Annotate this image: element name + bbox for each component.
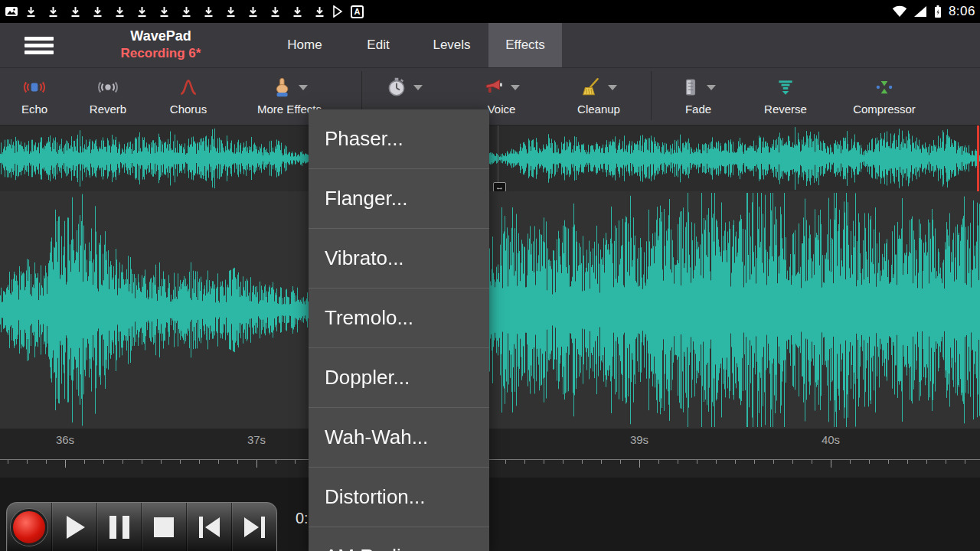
skip-start-icon (199, 517, 220, 538)
skip-to-end-button[interactable] (232, 503, 276, 551)
ruler-tick (8, 460, 8, 464)
play-icon (67, 516, 85, 539)
app-title: WavePad (92, 27, 230, 45)
selection-end-marker (977, 126, 979, 191)
status-bar-right: 8:06 (892, 4, 975, 19)
toolbar-item-reverb[interactable]: Reverb (66, 73, 150, 116)
timeline-ruler: 36s 37s 39s 40s (0, 429, 980, 478)
ruler-tick (84, 460, 85, 464)
tab-effects[interactable]: Effects (488, 23, 562, 67)
cellular-signal-icon (913, 5, 927, 18)
pause-button[interactable] (97, 503, 142, 551)
ruler-tick (237, 460, 238, 464)
recording-name: Recording 6* (92, 45, 230, 62)
letter-a-icon: A (351, 5, 364, 18)
ruler-tick (658, 460, 659, 464)
menu-item-wah-wah[interactable]: Wah-Wah... (309, 408, 489, 468)
waveform-overview-strip[interactable]: ↔ (0, 126, 980, 191)
toolbar-item-echo[interactable]: Echo (0, 73, 77, 116)
toolbar-label: Cleanup (577, 103, 620, 116)
toolbar-item-reverse[interactable]: Reverse (743, 73, 828, 116)
main-waveform-canvas[interactable] (0, 191, 980, 429)
ruler-tick (27, 460, 28, 464)
overview-waveform-canvas[interactable] (0, 126, 980, 191)
ruler-tick (122, 460, 123, 464)
ruler-tick (276, 460, 276, 464)
menu-item-am-radio[interactable]: AM Radio... (309, 527, 489, 551)
menu-item-phaser[interactable]: Phaser... (309, 109, 489, 169)
android-status-bar: A 8:06 (0, 0, 980, 23)
ruler-tick (831, 460, 831, 468)
title-block: WavePad Recording 6* (92, 27, 230, 62)
toolbar-divider (651, 71, 652, 120)
menu-item-vibrato[interactable]: Vibrato... (309, 229, 489, 289)
broom-icon (580, 77, 602, 97)
toolbar-label: Chorus (170, 103, 207, 116)
ruler-tick (103, 460, 104, 464)
ruler-tick (735, 460, 736, 464)
playback-time: 0: (296, 510, 309, 527)
record-button[interactable] (7, 503, 52, 551)
ruler-tick (218, 460, 219, 464)
echo-icon (24, 77, 45, 97)
ruler-tick (180, 460, 181, 464)
ruler-tick (946, 460, 946, 464)
stop-button[interactable] (142, 503, 187, 551)
ruler-tick (544, 460, 544, 464)
toolbar-item-fade[interactable]: Fade (656, 73, 740, 116)
ruler-tick (697, 460, 697, 464)
hamburger-menu-icon[interactable] (24, 37, 54, 54)
ruler-tick (907, 460, 908, 464)
toolbar-item-compressor[interactable]: Compressor (842, 73, 926, 116)
ruler-tick (678, 460, 678, 464)
ruler-tick (582, 460, 583, 464)
ruler-tick (563, 460, 564, 464)
skip-end-icon (244, 517, 265, 538)
tab-home[interactable]: Home (268, 23, 341, 67)
stop-icon (154, 517, 174, 537)
more-effects-dropdown-menu: Phaser... Flanger... Vibrato... Tremolo.… (309, 109, 489, 551)
pointing-hand-icon (271, 77, 292, 98)
app-bar: WavePad Recording 6* Home Edit Levels Ef… (0, 23, 980, 67)
tab-edit[interactable]: Edit (341, 23, 415, 67)
tab-levels[interactable]: Levels (415, 23, 488, 67)
stopwatch-icon (386, 77, 407, 98)
ruler-tick (926, 460, 927, 464)
ruler-tick (505, 460, 506, 464)
ruler-tick (716, 460, 717, 464)
clock: 8:06 (949, 4, 975, 19)
battery-charging-icon (933, 5, 942, 19)
skip-to-start-button[interactable] (187, 503, 232, 551)
menu-item-flanger[interactable]: Flanger... (309, 169, 489, 229)
toolbar-label: Fade (685, 103, 711, 116)
chevron-down-icon (608, 85, 617, 90)
ruler-tick (773, 460, 774, 464)
download-notification-icons (26, 6, 325, 18)
waveform-main-view[interactable] (0, 191, 980, 429)
time-label-40s: 40s (822, 433, 840, 446)
fade-icon (681, 77, 701, 97)
ruler-tick (524, 460, 525, 464)
ruler-tick (812, 460, 812, 464)
toolbar-item-speed[interactable] (362, 73, 446, 103)
menu-item-tremolo[interactable]: Tremolo... (309, 289, 489, 348)
time-label-37s: 37s (247, 433, 266, 446)
play-store-icon (332, 5, 343, 18)
ruler-tick (46, 460, 47, 464)
toolbar-label: Compressor (853, 103, 916, 116)
play-button[interactable] (52, 503, 97, 551)
menu-item-doppler[interactable]: Doppler... (309, 348, 489, 408)
time-label-39s: 39s (630, 433, 648, 446)
chorus-icon (178, 77, 199, 97)
toolbar-label: Voice (488, 103, 516, 116)
toolbar-item-chorus[interactable]: Chorus (146, 73, 230, 116)
toolbar-item-cleanup[interactable]: Cleanup (557, 73, 641, 116)
reverb-icon (97, 77, 119, 97)
ruler-tick (256, 460, 257, 468)
megaphone-icon (483, 77, 505, 97)
menu-item-distortion[interactable]: Distortion... (309, 468, 489, 527)
record-icon (11, 509, 47, 546)
ruler-tick (295, 460, 296, 464)
ruler-tick (142, 460, 142, 464)
chevron-down-icon (511, 85, 520, 90)
